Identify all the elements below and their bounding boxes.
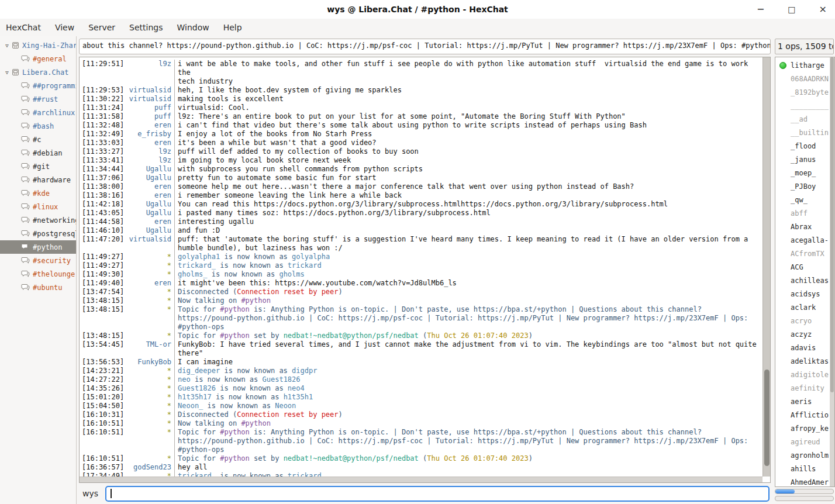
- sidebar-item--thelounge[interactable]: #thelounge: [0, 267, 76, 281]
- message-input[interactable]: [105, 486, 770, 502]
- message-nick[interactable]: eren: [125, 182, 174, 191]
- close-icon[interactable]: ×: [819, 0, 827, 19]
- chat-scrollbar-thumb[interactable]: [764, 370, 770, 466]
- chat-message: [11:44:58]ereninteresting ugallu: [82, 218, 762, 226]
- userlist-item[interactable]: achilleas: [775, 274, 830, 287]
- sidebar-item--postgresql[interactable]: #postgresql: [0, 227, 76, 240]
- userlist-item[interactable]: acegalla-: [775, 233, 830, 247]
- message-nick[interactable]: l9z: [125, 147, 174, 156]
- userlist-item[interactable]: AhmedAmer: [775, 475, 830, 486]
- message-nick[interactable]: eren: [125, 139, 174, 147]
- userlist-item[interactable]: adavis: [775, 341, 830, 354]
- message-nick[interactable]: virtualsid: [125, 235, 174, 244]
- menu-window[interactable]: Window: [177, 23, 209, 32]
- userlist-scrollbar-thumb[interactable]: [830, 57, 834, 392]
- message-nick[interactable]: l9z: [125, 156, 174, 165]
- userlist-item[interactable]: _qw_: [775, 193, 830, 206]
- userlist-item[interactable]: _________: [775, 99, 830, 112]
- message-nick[interactable]: Ugallu: [125, 226, 174, 235]
- sidebar-item--c[interactable]: #c: [0, 133, 76, 146]
- message-nick[interactable]: eren: [125, 218, 174, 226]
- userlist-scrollbar[interactable]: [830, 57, 834, 486]
- sidebar-item--ubuntu[interactable]: #ubuntu: [0, 281, 76, 294]
- userlist-item[interactable]: aeris: [775, 395, 830, 408]
- sidebar-item-xing-hai-zhar[interactable]: ▽Xing-Hai-Zhar: [0, 39, 76, 52]
- message-nick[interactable]: godSend23: [125, 463, 174, 472]
- message-nick[interactable]: Ugallu: [125, 209, 174, 218]
- userlist-item[interactable]: agronholm: [775, 448, 830, 462]
- userlist-item[interactable]: Afflictio: [775, 408, 830, 422]
- userlist-item[interactable]: acryo: [775, 314, 830, 327]
- chat-vertical-scrollbar[interactable]: [762, 57, 770, 477]
- titlebar[interactable]: wys @ Libera.Chat / #python - HexChat − …: [0, 0, 835, 19]
- message-nick[interactable]: eren: [125, 279, 174, 288]
- userlist-nick: _PJBoy: [791, 182, 816, 191]
- expander-icon[interactable]: ▽: [2, 70, 12, 75]
- userlist-item[interactable]: ahills: [775, 462, 830, 475]
- userlist-item[interactable]: adigitole: [775, 368, 830, 381]
- sidebar-item--linux[interactable]: #linux: [0, 200, 76, 213]
- topic-bar[interactable]: about this channel? https://pound-python…: [79, 39, 771, 54]
- message-nick[interactable]: puff: [125, 103, 174, 112]
- chat-horizontal-scrollbar[interactable]: [80, 477, 762, 482]
- sidebar-item--debian[interactable]: #debian: [0, 146, 76, 160]
- message-nick[interactable]: Ugallu: [125, 165, 174, 174]
- sidebar-item--networking[interactable]: #networking: [0, 213, 76, 227]
- userlist-item[interactable]: ACfromTX: [775, 247, 830, 260]
- message-nick[interactable]: puff: [125, 112, 174, 121]
- maximize-icon[interactable]: □: [788, 0, 795, 19]
- sidebar-item-libera-chat[interactable]: ▽Libera.Chat: [0, 65, 76, 79]
- sidebar-item--hardware[interactable]: #hardware: [0, 173, 76, 187]
- message-nick[interactable]: virtualsid: [125, 95, 174, 103]
- sidebar-item--kde[interactable]: #kde: [0, 187, 76, 200]
- message-nick[interactable]: TML-or: [125, 340, 174, 349]
- userlist-item[interactable]: aclark: [775, 301, 830, 314]
- userlist-item[interactable]: aczyz: [775, 327, 830, 341]
- menu-settings[interactable]: Settings: [129, 23, 163, 32]
- sidebar-item--programming[interactable]: ##programming: [0, 79, 76, 92]
- message-nick[interactable]: eren: [125, 121, 174, 130]
- message-segment-normal: heh, I like the boot.dev system of givin…: [178, 86, 402, 94]
- message-nick[interactable]: Ugallu: [125, 200, 174, 209]
- minimize-icon[interactable]: −: [757, 0, 764, 19]
- userlist-item[interactable]: _8192byte: [775, 85, 830, 99]
- message-nick[interactable]: l9z: [125, 60, 174, 68]
- sidebar-item--git[interactable]: #git: [0, 160, 76, 173]
- userlist-item[interactable]: afropy_ke: [775, 422, 830, 435]
- userlist-item[interactable]: litharge: [775, 58, 830, 72]
- menu-server[interactable]: Server: [88, 23, 115, 32]
- userlist-item[interactable]: _janus: [775, 153, 830, 166]
- userlist-item[interactable]: acidsys: [775, 287, 830, 301]
- message-nick[interactable]: e_frisby: [125, 130, 174, 139]
- userlist-item[interactable]: adeliktas: [775, 354, 830, 368]
- userlist-item[interactable]: __ad: [775, 112, 830, 126]
- userlist-item[interactable]: Abrax: [775, 220, 830, 233]
- menu-help[interactable]: Help: [223, 23, 242, 32]
- userlist-item[interactable]: agireud: [775, 435, 830, 448]
- sidebar-item--general[interactable]: #general: [0, 52, 76, 65]
- sidebar-item--security[interactable]: #security: [0, 254, 76, 267]
- sidebar-item--archlinux[interactable]: #archlinux: [0, 106, 76, 119]
- sidebar-item--python[interactable]: #python: [0, 240, 76, 254]
- message-nick[interactable]: eren: [125, 191, 174, 200]
- userlist-item[interactable]: _moep_: [775, 166, 830, 179]
- userlist-item[interactable]: 068AADRKN: [775, 72, 830, 85]
- userlist-item[interactable]: ACG: [775, 260, 830, 274]
- sidebar-item--rust[interactable]: ##rust: [0, 92, 76, 106]
- userlist-item[interactable]: _PJBoy: [775, 179, 830, 193]
- message-text: Disconnected (Connection reset by peer): [174, 288, 762, 296]
- sidebar-item--bash[interactable]: #bash: [0, 119, 76, 133]
- message-nick[interactable]: virtualsid: [125, 86, 174, 95]
- message-nick[interactable]: FunkyBob: [125, 358, 174, 367]
- menu-view[interactable]: View: [55, 23, 74, 32]
- userlist-item[interactable]: abff: [775, 206, 830, 220]
- userlist-item[interactable]: __builtin: [775, 126, 830, 139]
- message-segment-nick2: trickard_: [178, 261, 216, 270]
- message-timestamp: [13:54:45]: [82, 340, 125, 349]
- userlist-item[interactable]: aefinity: [775, 381, 830, 395]
- own-nick-label[interactable]: wys: [82, 489, 98, 498]
- userlist-item[interactable]: _flood: [775, 139, 830, 153]
- expander-icon[interactable]: ▽: [2, 43, 12, 49]
- message-nick[interactable]: Ugallu: [125, 174, 174, 182]
- menu-hexchat[interactable]: HexChat: [6, 23, 41, 32]
